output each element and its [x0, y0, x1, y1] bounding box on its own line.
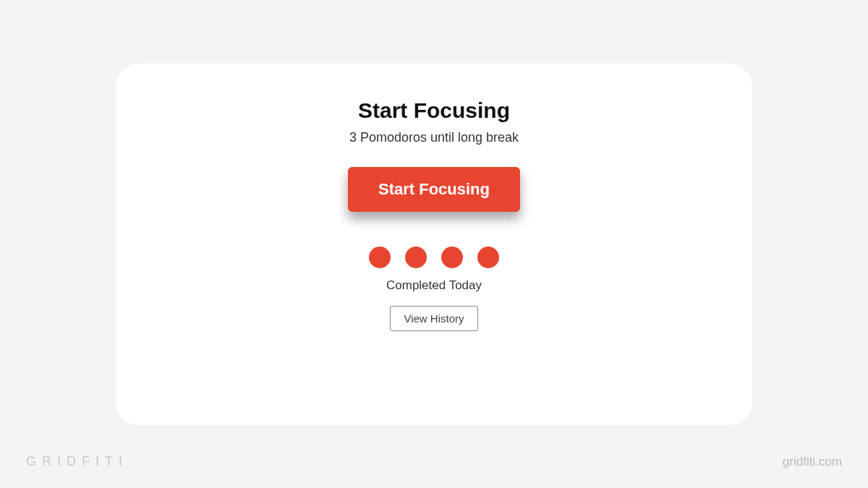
- view-history-button[interactable]: View History: [390, 306, 477, 331]
- pomodoro-dot-icon: [477, 247, 499, 268]
- pomodoro-card: Start Focusing 3 Pomodoros until long br…: [116, 64, 752, 425]
- pomodoro-dot-icon: [405, 247, 427, 268]
- watermark-logo: GRIDFITI: [26, 454, 128, 469]
- pomodoro-dots-container: [369, 247, 499, 268]
- start-focusing-button[interactable]: Start Focusing: [348, 167, 520, 212]
- pomodoro-dot-icon: [441, 247, 463, 268]
- pomodoro-dot-icon: [369, 247, 391, 268]
- page-title: Start Focusing: [358, 98, 510, 123]
- subtitle-text: 3 Pomodoros until long break: [349, 130, 519, 145]
- watermark-url: gridfiti.com: [783, 455, 842, 469]
- completed-today-label: Completed Today: [386, 278, 482, 293]
